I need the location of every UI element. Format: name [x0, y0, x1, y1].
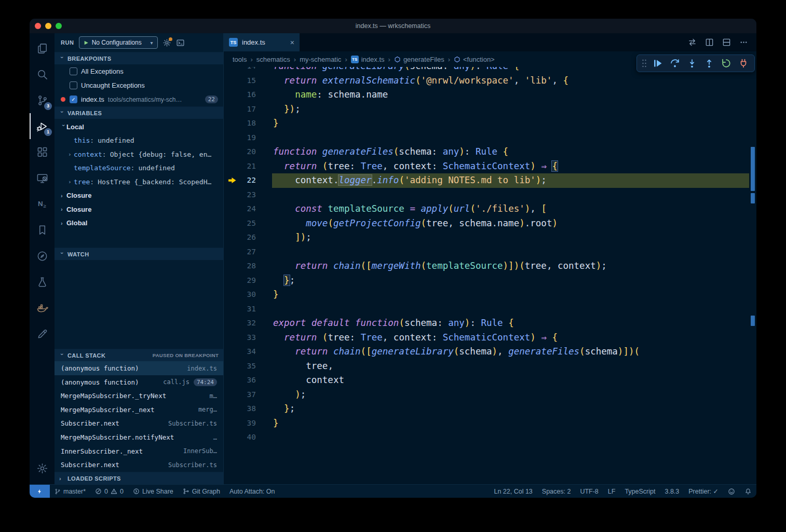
step-out-button[interactable]: [700, 56, 717, 71]
code-text[interactable]: );: [256, 388, 306, 402]
glyph-margin[interactable]: [224, 373, 240, 388]
activity-remote-explorer-icon[interactable]: [30, 165, 55, 191]
variable-row[interactable]: this:undefined: [55, 134, 223, 148]
code-text[interactable]: }: [256, 288, 279, 302]
code-text[interactable]: [256, 302, 273, 317]
glyph-margin[interactable]: [224, 245, 240, 260]
activity-source-control-icon[interactable]: 3: [30, 87, 55, 113]
more-actions-icon[interactable]: [739, 38, 748, 47]
activity-extensions-icon[interactable]: [30, 139, 55, 165]
code-line-39[interactable]: 39}: [224, 416, 749, 431]
call-stack-frame[interactable]: MergeMapSubscriber._nextmerg…: [55, 403, 223, 417]
code-line-20[interactable]: 20function generateFiles(schema: any): R…: [224, 145, 749, 159]
variable-row[interactable]: templateSource:undefined: [55, 161, 223, 175]
code-text[interactable]: return (tree: Tree, context: SchematicCo…: [256, 331, 558, 345]
activity-bookmarks-icon[interactable]: [30, 217, 55, 243]
step-into-button[interactable]: [683, 56, 700, 71]
code-text[interactable]: context: [256, 373, 344, 388]
glyph-margin[interactable]: [224, 116, 240, 131]
variables-section-header[interactable]: › VARIABLES: [55, 106, 223, 119]
glyph-margin[interactable]: [224, 259, 240, 274]
toolbar-drag-handle[interactable]: [640, 58, 649, 69]
code-text[interactable]: function generateLibrary(schema: any): R…: [256, 67, 519, 74]
call-stack-frame[interactable]: Subscriber.nextSubscriber.ts: [55, 458, 223, 472]
activity-docker-icon[interactable]: [30, 295, 55, 321]
problems-item[interactable]: 0 0: [90, 485, 128, 498]
code-text[interactable]: export default function(schema: any): Ru…: [256, 316, 514, 331]
glyph-margin[interactable]: [224, 145, 240, 159]
glyph-margin[interactable]: [224, 67, 240, 74]
zoom-window-button[interactable]: [56, 23, 62, 29]
code-line-31[interactable]: 31: [224, 302, 749, 317]
variables-scope-closure[interactable]: ›Closure: [55, 189, 223, 203]
activity-nx-console-icon[interactable]: N≥: [30, 191, 55, 217]
disconnect-button[interactable]: [735, 56, 752, 71]
debug-current-line-arrow-icon[interactable]: [224, 173, 240, 188]
breadcrumb-item[interactable]: tools: [233, 56, 247, 63]
glyph-margin[interactable]: [224, 402, 240, 416]
code-text[interactable]: function generateFiles(schema: any): Rul…: [256, 145, 508, 159]
variables-scope-global[interactable]: ›Global: [55, 216, 223, 230]
code-text[interactable]: move(getProjectConfig(tree, schema.name)…: [256, 216, 558, 231]
glyph-margin[interactable]: [224, 188, 240, 202]
glyph-margin[interactable]: [224, 331, 240, 345]
breadcrumb-item[interactable]: generateFiles: [394, 56, 444, 63]
glyph-margin[interactable]: [224, 430, 240, 445]
code-text[interactable]: [256, 131, 273, 145]
activity-explorer-icon[interactable]: [30, 35, 55, 61]
code-line-28[interactable]: 28 return chain([mergeWith(templateSourc…: [224, 259, 749, 274]
watch-section-header[interactable]: › WATCH: [55, 248, 223, 260]
breakpoint-checkbox[interactable]: [70, 67, 77, 75]
variable-row[interactable]: ›context:Object {debug: false, en…: [55, 147, 223, 161]
code-line-23[interactable]: 23: [224, 188, 749, 202]
code-line-17[interactable]: 17 });: [224, 102, 749, 117]
close-window-button[interactable]: [35, 23, 41, 29]
code-text[interactable]: };: [256, 274, 295, 288]
remote-indicator[interactable]: [30, 485, 50, 498]
variable-row[interactable]: ›tree:HostTree {_backend: ScopedH…: [55, 175, 223, 189]
code-text[interactable]: name: schema.name: [256, 88, 388, 102]
glyph-margin[interactable]: [224, 359, 240, 374]
code-line-21[interactable]: 21 return (tree: Tree, context: Schemati…: [224, 159, 749, 174]
eol-item[interactable]: LF: [603, 485, 620, 498]
git-graph-item[interactable]: Git Graph: [178, 485, 225, 498]
call-stack-frame[interactable]: (anonymous function)call.js74:24: [55, 375, 223, 389]
variables-scope-local[interactable]: ›Local: [55, 120, 223, 134]
code-line-25[interactable]: 25 move(getProjectConfig(tree, schema.na…: [224, 216, 749, 231]
ts-version-item[interactable]: 3.8.3: [660, 485, 684, 498]
glyph-margin[interactable]: [224, 345, 240, 359]
git-branch-item[interactable]: master*: [50, 485, 90, 498]
code-line-30[interactable]: 30}: [224, 288, 749, 302]
prettier-item[interactable]: Prettier: ✓: [684, 485, 723, 498]
breadcrumb-item[interactable]: <function>: [454, 56, 495, 63]
code-text[interactable]: });: [256, 102, 301, 117]
code-text[interactable]: [256, 188, 273, 202]
overview-ruler[interactable]: [749, 67, 756, 484]
split-editor-icon[interactable]: [705, 38, 714, 47]
breadcrumb-item[interactable]: my-schematic: [300, 56, 341, 63]
code-text[interactable]: };: [256, 402, 295, 416]
debug-settings-gear-icon[interactable]: [162, 38, 171, 47]
notifications-item[interactable]: [740, 485, 756, 498]
code-line-16[interactable]: 16 name: schema.name: [224, 88, 749, 102]
loaded-scripts-section-header[interactable]: › LOADED SCRIPTS: [55, 472, 223, 484]
code-text[interactable]: [256, 430, 273, 445]
launch-config-dropdown[interactable]: No Configurations ▾: [79, 36, 158, 49]
code-text[interactable]: context.logger.info('adding NOTES.md to …: [256, 173, 547, 188]
call-stack-section-header[interactable]: › CALL STACK PAUSED ON BREAKPOINT: [55, 349, 223, 361]
variables-scope-closure[interactable]: ›Closure: [55, 202, 223, 216]
feedback-item[interactable]: [723, 485, 740, 498]
code-line-37[interactable]: 37 );: [224, 388, 749, 402]
code-line-26[interactable]: 26 ]);: [224, 230, 749, 245]
breakpoint-item[interactable]: ✓index.tstools/schematics/my-sch…22: [55, 92, 223, 106]
code-line-15[interactable]: 15 return externalSchematic('@nrwl/works…: [224, 74, 749, 88]
code-text[interactable]: return externalSchematic('@nrwl/workspac…: [256, 74, 568, 88]
glyph-margin[interactable]: [224, 302, 240, 317]
glyph-margin[interactable]: [224, 202, 240, 216]
code-line-22[interactable]: 22 context.logger.info('adding NOTES.md …: [224, 173, 749, 188]
glyph-margin[interactable]: [224, 102, 240, 117]
toggle-layout-icon[interactable]: [722, 38, 731, 47]
indentation-item[interactable]: Spaces: 2: [537, 485, 576, 498]
auto-attach-item[interactable]: Auto Attach: On: [225, 485, 280, 498]
code-text[interactable]: tree,: [256, 359, 333, 374]
